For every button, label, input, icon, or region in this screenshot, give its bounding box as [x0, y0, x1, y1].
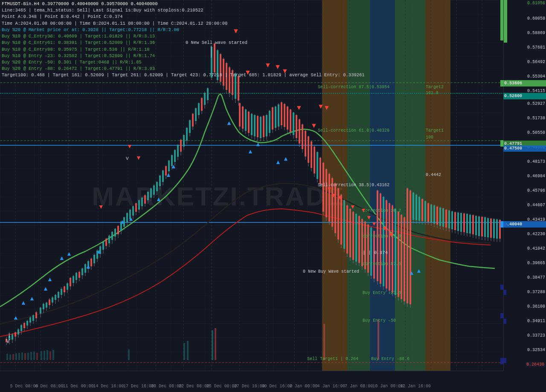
- svg-text:Sell-correction 61.8|0.48328: Sell-correction 61.8|0.48328: [318, 128, 389, 133]
- svg-text:0.4442: 0.4442: [426, 173, 441, 177]
- svg-rect-116: [141, 198, 143, 206]
- price-0.38477: 0.38477: [527, 275, 545, 280]
- price-0.61056: 0.61056: [527, 1, 545, 6]
- svg-rect-314: [436, 207, 438, 225]
- svg-rect-56: [52, 297, 53, 303]
- svg-text:▲: ▲: [409, 269, 415, 276]
- price-0.58869: 0.58869: [527, 31, 545, 35]
- svg-rect-74: [78, 272, 80, 278]
- svg-rect-364: [27, 353, 29, 360]
- svg-rect-379: [378, 320, 379, 360]
- svg-rect-110: [132, 206, 134, 216]
- svg-text:▲: ▲: [156, 196, 162, 202]
- svg-rect-206: [275, 107, 276, 128]
- price-0.31346: 0.26438: [526, 362, 545, 367]
- price-0.46984: 0.46984: [527, 174, 545, 179]
- svg-text:V: V: [126, 156, 129, 161]
- svg-text:▼: ▼: [350, 203, 356, 210]
- svg-rect-210: [281, 102, 282, 125]
- header-line4: Buy %20 @ Market price or at: 0.3928 || …: [2, 27, 365, 33]
- svg-rect-366: [33, 352, 35, 360]
- svg-text:correction 61.8: correction 61.8: [363, 234, 401, 239]
- svg-rect-310: [430, 205, 432, 222]
- svg-rect-376: [212, 330, 213, 360]
- svg-rect-182: [239, 103, 241, 127]
- svg-rect-357: [6, 354, 8, 360]
- svg-rect-128: [159, 176, 161, 186]
- svg-rect-254: [346, 205, 348, 254]
- svg-rect-120: [147, 192, 149, 200]
- header-line11: Target100: 0.468 | Target 161: 0.52609 |…: [2, 72, 365, 78]
- svg-text:▼: ▼: [360, 207, 366, 213]
- svg-text:▼: ▼: [371, 220, 377, 227]
- time-label-15: 12 Jan 16:00: [400, 384, 431, 389]
- svg-rect-354: [496, 219, 498, 239]
- svg-rect-358: [9, 355, 11, 360]
- svg-rect-156: [201, 98, 203, 111]
- price-0.50550: 0.50550: [527, 130, 545, 135]
- price-0.51738: 0.51738: [527, 116, 545, 121]
- svg-text:Buy Entry -50: Buy Entry -50: [363, 318, 396, 323]
- svg-rect-146: [186, 128, 188, 141]
- svg-rect-118: [144, 195, 146, 204]
- time-label-10: 30 Dec 16:00: [262, 384, 293, 389]
- svg-rect-375: [187, 341, 189, 360]
- header-line7: Buy %10 @ C_Entry88: 0.35975 | Target:0.…: [2, 46, 365, 53]
- svg-rect-371: [49, 352, 51, 360]
- svg-rect-302: [418, 197, 420, 221]
- svg-rect-340: [475, 216, 477, 235]
- price-0.37288: 0.37288: [527, 290, 545, 294]
- svg-rect-58: [55, 295, 56, 300]
- price-0.48173: 0.48173: [527, 159, 545, 164]
- header-line8: Buy %10 @ Entry -23: 0.32582 | Target:0.…: [2, 53, 365, 59]
- svg-rect-352: [493, 219, 495, 238]
- price-0.33723: 0.33723: [527, 333, 545, 338]
- price-0.52600-highlight: 0.52600: [504, 94, 522, 98]
- svg-rect-306: [424, 201, 426, 222]
- svg-rect-320: [445, 210, 447, 228]
- price-0.47500-highlight: 0.47500: [504, 146, 522, 151]
- svg-rect-152: [195, 108, 197, 121]
- svg-rect-98: [114, 229, 116, 236]
- price-0.53606-highlight: 0.53606: [504, 81, 522, 86]
- svg-rect-336: [469, 215, 471, 233]
- svg-rect-300: [415, 195, 417, 220]
- svg-rect-142: [180, 140, 182, 152]
- price-0.42230: 0.42230: [527, 232, 545, 236]
- svg-rect-370: [46, 350, 48, 360]
- svg-rect-240: [325, 169, 327, 217]
- svg-rect-334: [466, 214, 468, 233]
- svg-rect-40: [26, 321, 28, 326]
- svg-rect-280: [386, 200, 387, 288]
- svg-rect-54: [49, 300, 50, 305]
- price-0.60058: 0.60058: [527, 16, 545, 21]
- svg-rect-72: [76, 273, 77, 280]
- svg-text:▲: ▲: [255, 141, 261, 147]
- price-0.44607: 0.44607: [527, 203, 545, 208]
- svg-rect-224: [302, 124, 303, 149]
- svg-text:▲: ▲: [226, 119, 232, 126]
- svg-rect-32: [15, 332, 16, 337]
- price-0.34911: 0.34911: [527, 319, 545, 323]
- svg-rect-70: [73, 276, 74, 283]
- svg-rect-212: [284, 104, 285, 127]
- header-line10: Buy %20 @ Entry -88: 0.26472 | Target:0.…: [2, 66, 365, 72]
- price-0.39665: 0.39665: [527, 261, 545, 265]
- time-label-7: 22 Dec 08:00: [179, 384, 209, 389]
- svg-rect-44: [32, 315, 34, 321]
- svg-rect-312: [433, 205, 435, 224]
- svg-rect-369: [44, 351, 45, 360]
- svg-rect-308: [427, 203, 429, 222]
- svg-rect-218: [293, 112, 294, 135]
- price-0.57681: 0.57681: [527, 45, 545, 50]
- svg-text:▲: ▲: [66, 250, 72, 257]
- svg-rect-276: [380, 193, 381, 284]
- svg-rect-144: [183, 135, 185, 147]
- svg-rect-258: [352, 212, 354, 260]
- svg-rect-200: [266, 115, 267, 136]
- svg-rect-328: [457, 213, 459, 231]
- svg-rect-188: [248, 112, 250, 133]
- svg-rect-66: [67, 283, 68, 290]
- svg-text:▲: ▲: [43, 285, 49, 292]
- svg-rect-160: [207, 88, 209, 100]
